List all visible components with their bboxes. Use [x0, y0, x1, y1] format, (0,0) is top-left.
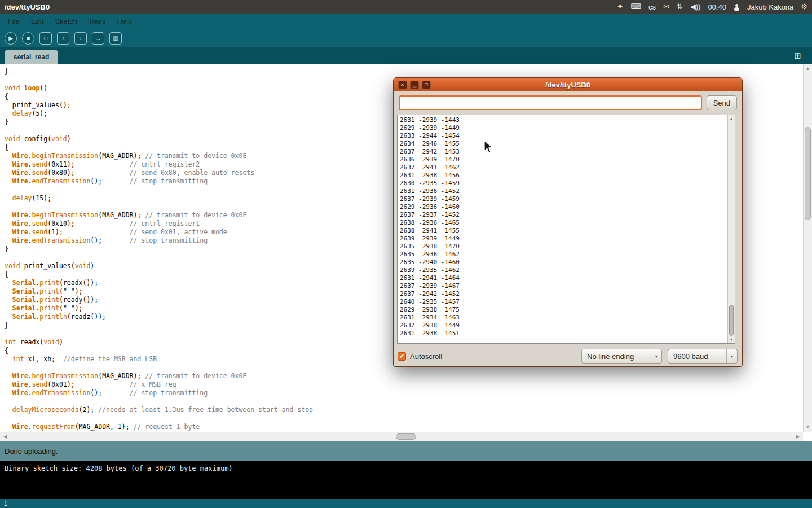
menu-item-tools[interactable]: Tools — [83, 14, 111, 29]
keyboard-layout-indicator[interactable]: cs — [648, 3, 656, 11]
indicator-icon[interactable]: ✦ — [617, 0, 623, 14]
save-sketch-button[interactable]: ↓ — [74, 32, 87, 45]
editor-hscroll-handle[interactable] — [396, 433, 416, 440]
scroll-up-icon[interactable]: ▲ — [804, 65, 812, 72]
autoscroll-checkbox[interactable]: ✔ — [398, 352, 406, 361]
line-ending-select[interactable]: No line ending ▼ — [581, 349, 662, 364]
baud-rate-value: 9600 baud — [668, 352, 713, 361]
save-icon: ↓ — [80, 36, 82, 41]
scroll-down-icon[interactable]: ▾ — [728, 336, 735, 343]
close-button[interactable]: × — [398, 81, 407, 89]
screen: /dev/ttyUSB0 ✦ ⌨ cs ✉ ⇅ ◀)) 00:40 Jakub … — [0, 0, 812, 508]
editor-vertical-scrollbar[interactable]: ▲ ▼ — [803, 64, 812, 432]
tab-serial-read[interactable]: serial_read — [5, 50, 58, 64]
console-text: Binary sketch size: 4208 bytes (of a 307… — [5, 465, 807, 472]
chevron-down-icon: ▼ — [651, 349, 661, 363]
send-button[interactable]: Send — [707, 95, 737, 110]
scroll-left-icon[interactable]: ◀ — [1, 432, 9, 441]
clock[interactable]: 00:40 — [708, 3, 726, 11]
footer-line-indicator: 1 — [0, 499, 812, 508]
serial-output-scrollbar[interactable]: ▴ ▾ — [727, 115, 735, 343]
user-icon — [734, 3, 740, 11]
tab-bar: serial_read ⊞ — [0, 47, 812, 64]
serial-monitor-window: × ▁ □ /dev/ttyUSB0 Send 2631 -2939 -1443… — [393, 77, 743, 367]
serial-monitor-icon: ▥ — [113, 36, 118, 41]
serial-output-text: 2631 -2939 -1443 2629 -2939 -1449 2633 -… — [398, 115, 735, 339]
code-line: Wire.endTransmission(); // stop transmit… — [5, 389, 803, 397]
window-title: /dev/ttyUSB0 — [5, 3, 50, 11]
network-icon[interactable]: ⇅ — [677, 0, 683, 14]
verify-icon: ▶ — [8, 36, 13, 41]
toolbar: ▶■□↑↓→▥ — [0, 29, 812, 47]
new-sketch-button[interactable]: □ — [39, 32, 52, 45]
open-sketch-button[interactable]: ↑ — [57, 32, 69, 45]
minimize-button[interactable]: ▁ — [410, 81, 419, 89]
scroll-right-icon[interactable]: ▶ — [794, 432, 802, 441]
mouse-cursor — [484, 140, 494, 155]
serial-monitor-button[interactable]: ▥ — [109, 32, 122, 45]
upload-button[interactable]: → — [92, 32, 104, 45]
menu-item-help[interactable]: Help — [111, 14, 138, 29]
serial-input-row: Send — [394, 91, 742, 114]
serial-output-area[interactable]: 2631 -2939 -1443 2629 -2939 -1449 2633 -… — [397, 115, 735, 344]
status-bar: Done uploading. — [0, 441, 812, 461]
baud-rate-select[interactable]: 9600 baud ▼ — [668, 349, 738, 364]
serial-scroll-handle[interactable] — [729, 305, 734, 336]
code-line — [5, 397, 803, 406]
gear-icon[interactable]: ⚙ — [801, 0, 807, 14]
line-ending-value: No line ending — [582, 352, 639, 361]
editor-vscroll-handle[interactable] — [805, 127, 811, 220]
serial-monitor-controls: ✔ Autoscroll No line ending ▼ 9600 baud … — [398, 348, 738, 364]
code-line: } — [5, 67, 803, 76]
volume-icon[interactable]: ◀)) — [690, 0, 701, 14]
check-icon: ✔ — [399, 353, 404, 360]
menu-item-file[interactable]: File — [2, 14, 25, 29]
menu-item-sketch[interactable]: Sketch — [49, 14, 83, 29]
tab-menu-icon[interactable]: ⊞ — [792, 50, 803, 61]
serial-monitor-title: /dev/ttyUSB0 — [394, 81, 742, 89]
serial-monitor-titlebar[interactable]: × ▁ □ /dev/ttyUSB0 — [394, 78, 742, 91]
chevron-down-icon: ▼ — [726, 349, 737, 363]
scroll-up-icon[interactable]: ▴ — [728, 115, 735, 122]
mail-icon[interactable]: ✉ — [663, 0, 669, 14]
code-line: Wire.send(0x01); // x MSB reg — [5, 380, 803, 389]
upload-icon: → — [95, 36, 101, 41]
open-icon: ↑ — [62, 36, 65, 41]
autoscroll-label: Autoscroll — [410, 352, 442, 361]
code-line: Wire.beginTransmission(MAG_ADDR); // tra… — [5, 372, 803, 380]
code-line: delayMicroseconds(2); //needs at least 1… — [5, 406, 803, 414]
panel-indicators: ✦ ⌨ cs ✉ ⇅ ◀)) 00:40 Jakub Kakona ⚙ — [617, 0, 807, 14]
status-message: Done uploading. — [5, 447, 58, 456]
stop-button[interactable]: ■ — [22, 32, 34, 45]
keyboard-icon[interactable]: ⌨ — [630, 0, 641, 14]
editor-horizontal-scrollbar[interactable]: ◀ ▶ — [0, 432, 803, 441]
code-line — [5, 414, 803, 423]
console-output: Binary sketch size: 4208 bytes (of a 307… — [0, 461, 812, 499]
stop-icon: ■ — [27, 36, 30, 41]
window-controls: × ▁ □ — [398, 81, 431, 89]
code-line: Wire.requestFrom(MAG_ADDR, 1); // reques… — [5, 423, 803, 431]
line-number: 1 — [4, 500, 7, 507]
top-panel: /dev/ttyUSB0 ✦ ⌨ cs ✉ ⇅ ◀)) 00:40 Jakub … — [0, 0, 812, 14]
menu-bar: FileEditSketchToolsHelp — [0, 14, 812, 29]
maximize-button[interactable]: □ — [422, 81, 431, 89]
new-file-icon: □ — [44, 36, 47, 41]
menu-item-edit[interactable]: Edit — [25, 14, 49, 29]
scroll-down-icon[interactable]: ▼ — [804, 423, 812, 431]
serial-input[interactable] — [399, 95, 702, 110]
verify-button[interactable]: ▶ — [5, 32, 17, 45]
user-menu[interactable]: Jakub Kakona — [747, 3, 793, 11]
